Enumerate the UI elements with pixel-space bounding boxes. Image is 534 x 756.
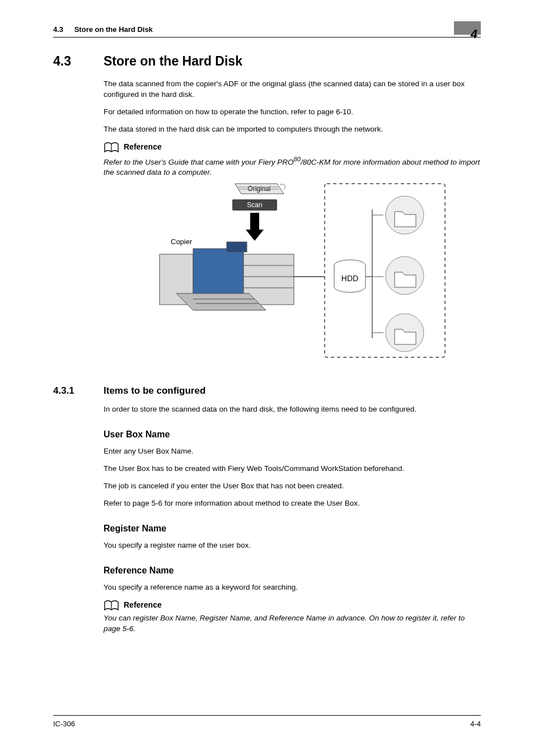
reference-label: Reference [124, 142, 162, 153]
running-header-left: 4.3 Store on the Hard Disk [53, 25, 153, 35]
body-paragraph: You specify a reference name as a keywor… [104, 582, 481, 593]
subsection-number: 4.3.1 [53, 384, 104, 398]
footer-right: 4-4 [470, 719, 481, 729]
chapter-number: 4 [471, 28, 477, 40]
section-heading: 4.3 Store on the Hard Disk [53, 52, 481, 70]
section-number: 4.3 [53, 52, 104, 70]
reference-text: Refer to the User's Guide that came with… [104, 155, 481, 178]
diagram-scan-label: Scan [247, 201, 262, 209]
reference-text-part: Refer to the User's Guide that came with… [104, 157, 293, 166]
section-title: Store on the Hard Disk [104, 52, 242, 70]
reference-label-2: Reference [124, 600, 162, 611]
body-paragraph: Enter any User Box Name. [104, 446, 481, 457]
body-paragraph: The data scanned from the copier's ADF o… [104, 79, 481, 100]
diagram-original-label: Original [247, 185, 270, 193]
body-paragraph: For detailed information on how to opera… [104, 107, 481, 118]
section-body: The data scanned from the copier's ADF o… [104, 79, 481, 364]
svg-marker-5 [246, 230, 264, 241]
reference-callout: Reference [104, 142, 481, 153]
running-header-section-title: Store on the Hard Disk [74, 25, 153, 34]
body-paragraph: The User Box has to be created with Fier… [104, 464, 481, 474]
reference-callout-2: Reference [104, 600, 481, 611]
register-name-heading: Register Name [104, 522, 481, 535]
running-header-section-number: 4.3 [53, 25, 63, 34]
body-paragraph: The job is canceled if you enter the Use… [104, 481, 481, 492]
body-paragraph: You specify a register name of the user … [104, 540, 481, 551]
book-icon [104, 600, 119, 611]
diagram-copier-label: Copier [171, 237, 193, 246]
page-footer: IC-306 4-4 [53, 715, 481, 729]
user-box-name-heading: User Box Name [104, 428, 481, 441]
subsection-title: Items to be configured [104, 384, 205, 398]
page: 4.3 Store on the Hard Disk 4 4.3 Store o… [0, 0, 534, 756]
reference-text-sup: 80 [293, 156, 301, 162]
body-paragraph: In order to store the scanned data on th… [104, 404, 481, 415]
running-header: 4.3 Store on the Hard Disk 4 [53, 21, 481, 38]
body-paragraph: The data stored in the hard disk can be … [104, 124, 481, 135]
footer-left: IC-306 [53, 719, 75, 729]
reference-name-heading: Reference Name [104, 564, 481, 577]
chapter-tab: 4 [454, 21, 481, 35]
svg-rect-4 [250, 213, 259, 230]
body-paragraph: Refer to page 5-6 for more information a… [104, 498, 481, 509]
reference-text-2: You can register Box Name, Register Name… [104, 613, 481, 634]
workflow-diagram: Original Scan Copier [137, 181, 481, 364]
diagram-hdd-label: HDD [341, 274, 358, 283]
subsection-body: In order to store the scanned data on th… [104, 404, 481, 634]
subsection-heading: 4.3.1 Items to be configured [53, 384, 481, 398]
book-icon [104, 142, 119, 153]
svg-rect-10 [227, 242, 247, 252]
